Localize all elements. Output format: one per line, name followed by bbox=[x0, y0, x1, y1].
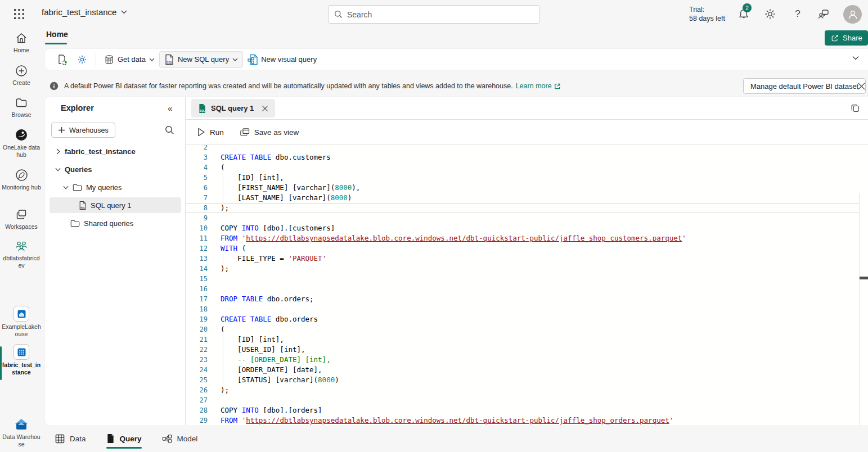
settings-button[interactable] bbox=[72, 52, 92, 67]
help-icon[interactable]: ? bbox=[791, 7, 804, 21]
external-link-icon bbox=[554, 83, 561, 90]
new-sql-query-button[interactable]: SQL New SQL query bbox=[159, 51, 243, 68]
workspace-name: fabric_test_instance bbox=[42, 7, 116, 17]
code-line[interactable]: 15 bbox=[186, 274, 859, 284]
code-line[interactable]: 3CREATE TABLE dbo.customers bbox=[186, 152, 859, 162]
run-icon bbox=[197, 128, 205, 137]
code-line[interactable]: 5 [ID] [int], bbox=[186, 173, 859, 183]
code-line[interactable]: 20( bbox=[186, 324, 859, 335]
line-number: 4 bbox=[186, 162, 208, 173]
sql-code-editor[interactable]: 23CREATE TABLE dbo.customers4(5 [ID] [in… bbox=[186, 145, 868, 425]
copy-icon[interactable] bbox=[850, 103, 860, 114]
ribbon-separator bbox=[96, 53, 96, 66]
code-line[interactable]: 9 bbox=[186, 213, 859, 223]
rail-item-monitoring-hub[interactable]: Monitoring hub bbox=[0, 168, 43, 191]
line-number: 3 bbox=[186, 152, 208, 162]
app-launcher-icon[interactable] bbox=[14, 8, 25, 20]
save-as-view-button[interactable]: Save as view bbox=[240, 128, 299, 137]
code-line[interactable]: 27 bbox=[186, 395, 859, 405]
view-tab-model[interactable]: Model bbox=[162, 425, 198, 452]
code-line[interactable]: 2 bbox=[186, 145, 859, 152]
code-line[interactable]: 13 FILE_TYPE = 'PARQUET' bbox=[186, 254, 859, 264]
share-button[interactable]: Share bbox=[825, 30, 868, 46]
code-line[interactable]: 14); bbox=[186, 264, 859, 274]
rail-item-create[interactable]: Create bbox=[0, 64, 43, 87]
line-number: 25 bbox=[186, 375, 208, 385]
tree-item-warehouse-root[interactable]: fabric_test_instance bbox=[50, 143, 181, 159]
line-number: 13 bbox=[186, 254, 208, 264]
share-icon bbox=[830, 34, 839, 43]
tree-item-shared-queries[interactable]: Shared queries bbox=[50, 215, 181, 231]
code-line[interactable]: 26); bbox=[186, 385, 859, 395]
rail-item-fabric-test-instance[interactable]: fabric_test_instance bbox=[0, 344, 43, 376]
svg-text:SQL: SQL bbox=[200, 110, 205, 112]
tab-home[interactable]: Home bbox=[46, 30, 68, 39]
tree-item-sql-query-1[interactable]: SQL SQL query 1 bbox=[50, 197, 181, 213]
code-line[interactable]: 18 bbox=[186, 304, 859, 314]
code-line[interactable]: 16 bbox=[186, 284, 859, 294]
code-line[interactable]: 6 [FIRST_NAME] [varchar](8000), bbox=[186, 183, 859, 193]
code-line[interactable]: 19CREATE TABLE dbo.orders bbox=[186, 314, 859, 324]
code-line[interactable]: 21 [ID] [int], bbox=[186, 335, 859, 345]
people-icon bbox=[14, 239, 29, 253]
plus-circle-icon bbox=[15, 64, 28, 78]
tree-item-queries[interactable]: Queries bbox=[50, 161, 181, 177]
learn-more-link[interactable]: Learn more bbox=[516, 82, 561, 90]
main-content-card: Explorer « Warehouses fabric_test_instan… bbox=[45, 97, 868, 425]
rail-item-home[interactable]: Home bbox=[0, 31, 43, 54]
home-icon bbox=[15, 31, 28, 45]
line-number: 20 bbox=[186, 324, 208, 335]
plus-icon bbox=[58, 126, 65, 134]
explorer-search-icon[interactable] bbox=[165, 125, 174, 135]
header-row: Home Share bbox=[0, 28, 868, 47]
run-button[interactable]: Run bbox=[197, 128, 224, 137]
avatar[interactable] bbox=[843, 5, 862, 24]
line-number: 18 bbox=[186, 304, 208, 314]
code-line[interactable]: 4( bbox=[186, 162, 859, 173]
code-line[interactable]: 23 -- [ORDER_DATE] [int], bbox=[186, 355, 859, 365]
code-line[interactable]: 29FROM 'https://dbtlabsynapsedatalake.bl… bbox=[186, 415, 859, 425]
view-tab-data[interactable]: Data bbox=[55, 425, 86, 452]
tree-item-my-queries[interactable]: My queries bbox=[50, 179, 181, 195]
lakehouse-icon bbox=[14, 306, 29, 322]
rail-item-onelake-data-hub[interactable]: OneLake data hub bbox=[0, 128, 43, 159]
collapse-panel-icon[interactable]: « bbox=[168, 103, 172, 113]
code-line[interactable]: 28COPY INTO [dbo].[orders] bbox=[186, 405, 859, 415]
code-line[interactable]: 11FROM 'https://dbtlabsynapsedatalake.bl… bbox=[186, 233, 859, 243]
rail-item-dbtlabsfabricdev[interactable]: dbtlabsfabricdev bbox=[0, 239, 43, 269]
code-line[interactable]: 12WITH ( bbox=[186, 243, 859, 254]
code-line[interactable]: 8); bbox=[186, 203, 859, 213]
new-visual-query-button[interactable]: New visual query bbox=[243, 52, 321, 67]
editor-scrollbar[interactable] bbox=[859, 193, 868, 425]
line-number: 17 bbox=[186, 294, 208, 304]
banner-close-icon[interactable] bbox=[855, 80, 867, 92]
code-line[interactable]: 24 [ORDER_DATE] [date], bbox=[186, 365, 859, 375]
get-data-button[interactable]: Get data bbox=[100, 52, 159, 67]
workspace-switcher[interactable]: fabric_test_instance bbox=[42, 7, 127, 17]
bottom-view-switcher: Data Query Model bbox=[45, 425, 868, 452]
rail-item-workspaces[interactable]: Workspaces bbox=[0, 208, 43, 230]
code-line[interactable]: 17DROP TABLE dbo.orders; bbox=[186, 294, 859, 304]
code-line[interactable]: 7 [LAST_NAME] [varchar](8000) bbox=[186, 193, 859, 203]
settings-gear-icon[interactable] bbox=[763, 7, 777, 21]
feedback-icon[interactable] bbox=[817, 7, 830, 21]
refresh-dataset-button[interactable] bbox=[52, 52, 72, 67]
rail-item-examplelakehouse[interactable]: ExampleLakehouse bbox=[0, 306, 43, 338]
code-line[interactable]: 10COPY INTO [dbo].[customers] bbox=[186, 223, 859, 233]
workspaces-icon bbox=[15, 208, 28, 222]
code-line[interactable]: 25 [STATUS] [varchar](8000) bbox=[186, 375, 859, 385]
search-input[interactable] bbox=[347, 10, 516, 19]
line-number: 9 bbox=[186, 213, 208, 223]
rail-item-browse[interactable]: Browse bbox=[0, 96, 43, 119]
line-number: 15 bbox=[186, 274, 208, 284]
add-warehouses-button[interactable]: Warehouses bbox=[51, 123, 115, 138]
tab-sql-query-1[interactable]: SQL SQL query 1 bbox=[191, 99, 275, 117]
manage-default-dataset-button[interactable]: Manage default Power BI dataset bbox=[743, 78, 866, 94]
rail-item-data-warehouse[interactable]: Data Warehouse bbox=[0, 417, 43, 448]
view-tab-query[interactable]: Query bbox=[106, 425, 142, 452]
search-box[interactable] bbox=[328, 5, 540, 24]
collapse-ribbon-chevron-icon[interactable] bbox=[852, 56, 859, 60]
chevron-down-icon bbox=[55, 168, 61, 171]
code-line[interactable]: 22 [USER_ID] [int], bbox=[186, 345, 859, 355]
close-tab-icon[interactable] bbox=[262, 105, 268, 112]
